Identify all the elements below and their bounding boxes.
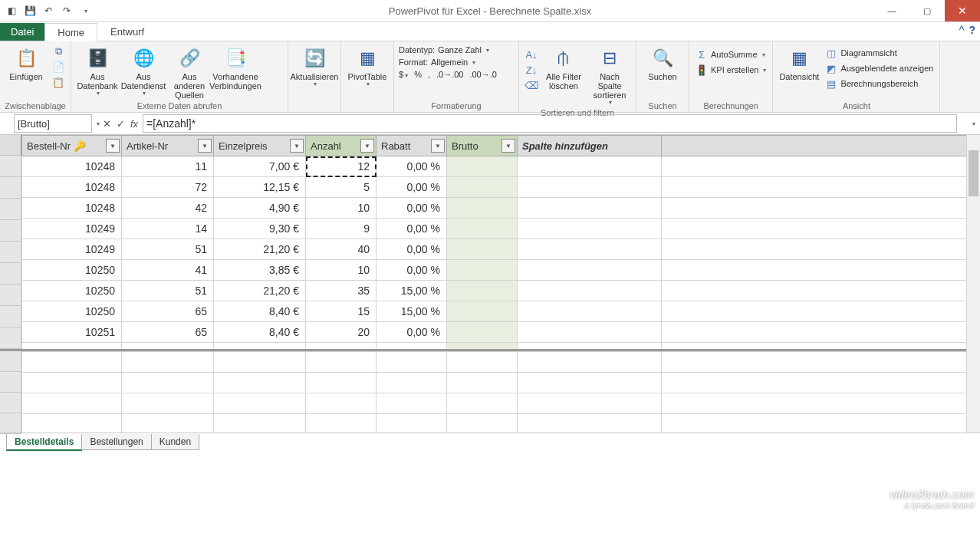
increase-decimal-button[interactable]: .0→.00 [436, 70, 463, 79]
datatype-selector[interactable]: Ganze Zahl [438, 45, 482, 54]
cell[interactable]: 10250 [22, 281, 122, 301]
sheet-tab-kunden[interactable]: Kunden [151, 434, 199, 450]
copy-button[interactable]: 📄 [51, 60, 66, 74]
accept-formula-button[interactable]: ✓ [113, 115, 127, 132]
ribbon-collapse-icon[interactable]: ^ [959, 24, 965, 36]
cell[interactable]: 51 [122, 239, 214, 260]
cell[interactable]: 15,00 % [377, 301, 447, 322]
clear-sort-button[interactable]: ⌫ [524, 78, 539, 92]
cell[interactable] [447, 343, 518, 350]
cell[interactable]: 9 [306, 219, 377, 239]
format-selector[interactable]: Allgemein [431, 58, 468, 67]
sort-by-column-button[interactable]: ⊟Nach Spalte sortieren▾ [588, 43, 631, 107]
column-header-artikel-nr[interactable]: Artikel-Nr▼ [122, 136, 214, 156]
table-row[interactable]: 10251658,40 €200,00 % [22, 322, 980, 343]
cell[interactable] [447, 239, 518, 260]
cell[interactable]: 5 [306, 177, 377, 198]
cell[interactable]: 35 [306, 281, 377, 301]
cell[interactable]: 0,00 % [377, 260, 447, 281]
row-header[interactable] [0, 199, 21, 220]
cell[interactable]: 10248 [22, 156, 122, 177]
tab-design[interactable]: Entwurf [97, 22, 157, 41]
qat-redo-icon[interactable]: ↷ [58, 2, 75, 19]
clear-filters-button[interactable]: ⫛Alle Filter löschen [542, 43, 585, 90]
close-button[interactable]: ✕ [945, 0, 980, 21]
table-row[interactable]: 102495121,20 €400,00 % [22, 239, 980, 260]
cell[interactable]: 10248 [22, 177, 122, 198]
cell[interactable]: 15,00 % [377, 281, 447, 301]
formula-expand-icon[interactable]: ▾ [972, 120, 975, 127]
data-view-button[interactable]: ▦Datensicht [778, 43, 821, 81]
filter-dropdown-icon[interactable]: ▼ [106, 139, 120, 153]
column-header-bestell-nr[interactable]: Bestell-Nr 🔑▼ [22, 136, 122, 156]
paste-button[interactable]: 📋 Einfügen [5, 43, 48, 81]
cell[interactable]: 12 [306, 156, 377, 177]
filter-dropdown-icon[interactable]: ▼ [502, 139, 515, 153]
add-column-header[interactable]: Spalte hinzufügen [518, 136, 662, 156]
help-icon[interactable]: ? [968, 24, 975, 36]
cell[interactable]: 15 [306, 301, 377, 322]
kpi-button[interactable]: 🚦KPI erstellen▾ [694, 63, 768, 77]
cancel-formula-button[interactable]: ✕ [100, 115, 113, 132]
cell[interactable]: 21,20 € [214, 239, 306, 260]
from-database-button[interactable]: 🗄️Aus Datenbank▾ [76, 43, 119, 97]
sheet-tab-bestellungen[interactable]: Bestellungen [81, 434, 151, 450]
cell[interactable]: 3,85 € [214, 260, 306, 281]
qat-save-icon[interactable]: 💾 [21, 2, 38, 19]
table-row[interactable]: 10248424,90 €100,00 % [22, 198, 980, 219]
row-header[interactable] [0, 263, 21, 285]
cell[interactable]: 12,15 € [214, 177, 306, 198]
cell[interactable]: 65 [122, 322, 214, 343]
table-row[interactable]: 102505121,20 €3515,00 % [22, 281, 980, 301]
table-row[interactable]: 10251228,40 €65,00 % [22, 343, 980, 350]
column-header-einzelpreis[interactable]: Einzelpreis▼ [214, 136, 306, 156]
cell[interactable]: 10 [306, 198, 377, 219]
show-hidden-button[interactable]: ◩Ausgeblendete anzeigen [824, 61, 935, 75]
currency-button[interactable]: $▾ [399, 70, 408, 79]
tab-file[interactable]: Datei [0, 23, 44, 41]
cell[interactable] [447, 322, 518, 343]
cell[interactable]: 10248 [22, 198, 122, 219]
cell[interactable]: 6 [306, 343, 377, 350]
row-header[interactable] [0, 285, 21, 306]
minimize-button[interactable]: — [874, 0, 909, 21]
refresh-button[interactable]: 🔄Aktualisieren▾ [293, 43, 336, 88]
tab-home[interactable]: Home [44, 23, 97, 41]
find-button[interactable]: 🔍Suchen [641, 43, 684, 81]
sort-desc-button[interactable]: Z↓ [524, 63, 539, 77]
pivottable-button[interactable]: ▦PivotTable▾ [346, 43, 389, 88]
from-other-button[interactable]: 🔗Aus anderen Quellen [168, 43, 211, 100]
cell[interactable] [447, 198, 518, 219]
cell[interactable]: 0,00 % [377, 177, 447, 198]
filter-dropdown-icon[interactable]: ▼ [198, 139, 212, 153]
cell[interactable]: 5,00 % [377, 343, 447, 350]
cell[interactable]: 20 [306, 322, 377, 343]
cut-button[interactable]: ⧉ [51, 44, 66, 58]
column-header-brutto[interactable]: Brutto▼ [447, 136, 518, 156]
filter-dropdown-icon[interactable]: ▼ [360, 139, 374, 153]
percent-button[interactable]: % [414, 70, 422, 79]
qat-undo-icon[interactable]: ↶ [40, 2, 57, 19]
sheet-tab-bestelldetails[interactable]: Bestelldetails [6, 434, 82, 451]
row-header[interactable] [0, 327, 21, 349]
from-dataservice-button[interactable]: 🌐Aus Datendienst▾ [122, 43, 165, 97]
table-row[interactable]: 102487212,15 €50,00 % [22, 177, 980, 198]
row-header[interactable] [0, 177, 21, 199]
cell[interactable]: 51 [122, 281, 214, 301]
vertical-scrollbar[interactable] [966, 135, 980, 433]
cell[interactable]: 14 [122, 219, 214, 239]
existing-connections-button[interactable]: 📑Vorhandene Verbindungen [214, 43, 257, 90]
decrease-decimal-button[interactable]: .00→.0 [469, 70, 496, 79]
cell[interactable]: 8,40 € [214, 322, 306, 343]
cell[interactable]: 0,00 % [377, 322, 447, 343]
powerpivot-icon[interactable]: ◧ [3, 2, 20, 19]
cell[interactable]: 10249 [22, 239, 122, 260]
cell[interactable]: 22 [122, 343, 214, 350]
cell[interactable]: 65 [122, 301, 214, 322]
cell[interactable]: 10 [306, 260, 377, 281]
cell[interactable]: 21,20 € [214, 281, 306, 301]
table-row[interactable]: 10248117,00 €120,00 % [22, 156, 980, 177]
table-row[interactable]: 10250658,40 €1515,00 % [22, 301, 980, 322]
cell[interactable]: 0,00 % [377, 219, 447, 239]
cell[interactable]: 9,30 € [214, 219, 306, 239]
